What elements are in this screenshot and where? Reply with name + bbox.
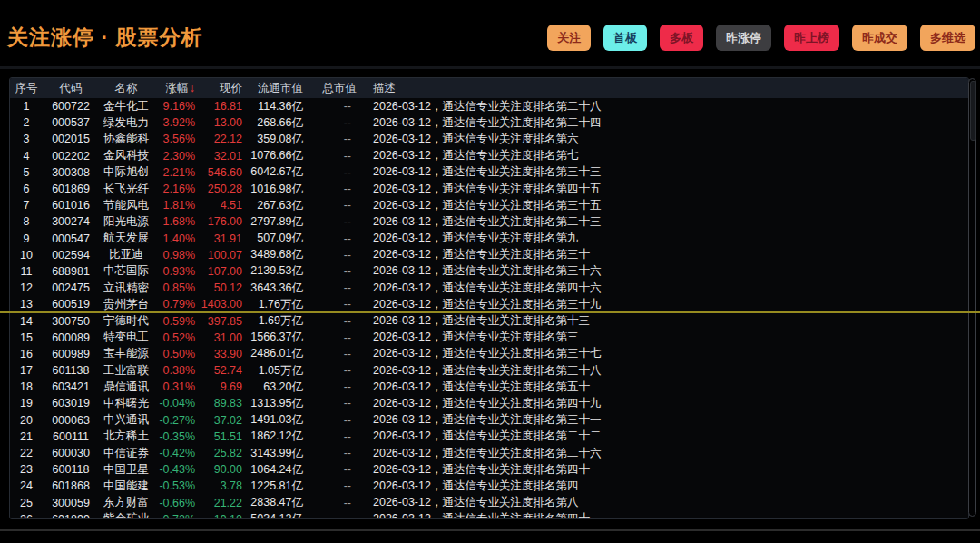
cell-price: 250.28 [195, 183, 242, 195]
table-row[interactable]: 11688981中芯国际0.93%107.002139.53亿--2026-03… [10, 263, 968, 280]
table-row[interactable]: 22600030中信证券-0.42%25.823143.99亿--2026-03… [10, 445, 968, 461]
cell-change: 0.85% [153, 281, 195, 294]
table-row[interactable]: 12002475立讯精密0.85%50.123643.36亿--2026-03-… [10, 280, 968, 296]
cell-change: 2.21% [153, 166, 195, 179]
table-row[interactable]: 21600111北方稀土-0.35%51.511862.12亿--2026-03… [10, 429, 968, 445]
cell-price: 107.00 [195, 265, 242, 278]
cell-code: 002015 [43, 133, 99, 145]
bottom-divider [0, 529, 980, 531]
cell-desc: 2026-03-12，通达信专业关注度排名第三十六 [357, 263, 968, 279]
cell-seq: 5 [10, 166, 43, 179]
toolbar-button-4[interactable]: 昨上榜 [784, 25, 839, 51]
table-row[interactable]: 26601899紫金矿业-0.72%19.105034.12亿--2026-03… [10, 511, 968, 519]
cell-price: 22.12 [195, 133, 242, 145]
toolbar-button-5[interactable]: 昨成交 [852, 25, 907, 51]
cell-desc: 2026-03-12，通达信专业关注度排名第四十六 [357, 281, 968, 296]
cell-float_cap: 5034.12亿 [242, 511, 303, 519]
table-row[interactable]: 5300308中际旭创2.21%546.606042.67亿--2026-03-… [10, 164, 968, 181]
toolbar-button-2[interactable]: 多板 [660, 25, 703, 51]
cell-price: 32.01 [195, 150, 242, 163]
cell-change: -0.53% [153, 479, 195, 492]
cell-total_cap: -- [303, 281, 357, 294]
cell-desc: 2026-03-12，通达信专业关注度排名第二十二 [357, 429, 968, 444]
cell-name: 贵州茅台 [99, 297, 153, 312]
cell-float_cap: 6042.67亿 [242, 164, 303, 180]
cell-seq: 20 [10, 414, 43, 427]
toolbar-button-1[interactable]: 首板 [603, 25, 647, 51]
scrollbar-thumb[interactable] [970, 81, 976, 141]
table-row[interactable]: 4002202金风科技2.30%32.011076.66亿--2026-03-1… [10, 148, 968, 164]
column-header-float_cap[interactable]: 流通市值 [242, 81, 303, 96]
column-header-price[interactable]: 现价 [195, 81, 242, 96]
cell-total_cap: -- [303, 249, 357, 262]
cell-total_cap: -- [303, 199, 357, 212]
column-label: 代码 [60, 82, 83, 94]
cell-price: 397.85 [195, 315, 242, 328]
toolbar-button-3[interactable]: 昨涨停 [716, 25, 771, 51]
column-header-desc[interactable]: 描述 [357, 81, 968, 96]
cell-code: 002202 [43, 150, 99, 163]
cell-price: 19.10 [195, 513, 242, 519]
table-row[interactable]: 15600089特变电工0.52%31.001566.37亿--2026-03-… [10, 330, 968, 346]
cell-float_cap: 3643.36亿 [242, 281, 303, 296]
vertical-scrollbar[interactable] [968, 78, 976, 517]
table-row[interactable]: 20000063中兴通讯-0.27%37.021491.03亿--2026-03… [10, 412, 968, 429]
cell-change: -0.66% [153, 497, 195, 509]
cell-code: 300059 [43, 497, 99, 509]
table-row[interactable]: 16600989宝丰能源0.50%33.902486.01亿--2026-03-… [10, 346, 968, 362]
cell-float_cap: 3143.99亿 [242, 446, 303, 461]
cell-code: 000063 [43, 414, 99, 427]
cell-total_cap: -- [303, 150, 357, 163]
table-row[interactable]: 8300274阳光电源1.68%176.002797.89亿--2026-03-… [10, 213, 968, 230]
column-header-code[interactable]: 代码 [43, 81, 99, 96]
cell-total_cap: -- [303, 265, 357, 278]
table-row[interactable]: 2000537绿发电力3.92%13.00268.66亿--2026-03-12… [10, 114, 968, 131]
table-row[interactable]: 23600118中国卫星-0.43%90.001064.24亿--2026-03… [10, 461, 968, 478]
table-row[interactable]: 25300059东方财富-0.66%21.222838.47亿--2026-03… [10, 495, 968, 511]
table-row[interactable]: 1600722金牛化工9.16%16.81114.36亿--2026-03-12… [10, 98, 968, 114]
cell-total_cap: -- [303, 116, 357, 129]
table-row[interactable]: 24601868中国能建-0.53%3.781225.81亿--2026-03-… [10, 478, 968, 494]
cell-float_cap: 267.63亿 [242, 198, 303, 213]
table-row[interactable]: 13600519贵州茅台0.79%1403.001.76万亿--2026-03-… [10, 296, 968, 312]
table-row[interactable]: 3002015协鑫能科3.56%22.12359.08亿--2026-03-12… [10, 131, 968, 147]
cell-desc: 2026-03-12，通达信专业关注度排名第三十八 [357, 363, 968, 379]
cell-name: 中信证券 [99, 446, 153, 461]
toolbar-button-6[interactable]: 多维选 [920, 25, 975, 51]
table-row[interactable]: 10002594比亚迪0.98%100.073489.68亿--2026-03-… [10, 247, 968, 263]
cell-price: 52.74 [195, 364, 242, 377]
cell-float_cap: 2139.53亿 [242, 263, 303, 279]
table-row[interactable]: 18603421鼎信通讯0.31%9.6963.20亿--2026-03-12，… [10, 379, 968, 395]
page-title: 关注涨停 · 股票分析 [7, 24, 202, 52]
cell-name: 中国卫星 [99, 462, 153, 478]
table-row[interactable]: 9000547航天发展1.40%31.91507.09亿--2026-03-12… [10, 231, 968, 247]
table-row[interactable]: 17601138工业富联0.38%52.741.05万亿--2026-03-12… [10, 362, 968, 379]
column-header-total_cap[interactable]: 总市值 [303, 81, 357, 96]
table-row[interactable]: 19603019中科曙光-0.04%89.831313.95亿--2026-03… [10, 395, 968, 411]
cell-float_cap: 1076.66亿 [242, 148, 303, 163]
cell-name: 航天发展 [99, 231, 153, 246]
toolbar-button-0[interactable]: 关注 [547, 25, 591, 51]
cell-seq: 8 [10, 215, 43, 228]
cell-desc: 2026-03-12，通达信专业关注度排名第二十四 [357, 115, 968, 131]
cell-price: 51.51 [195, 430, 242, 443]
cell-desc: 2026-03-12，通达信专业关注度排名第七 [357, 148, 968, 163]
table-row[interactable]: 6601869长飞光纤2.16%250.281016.98亿--2026-03-… [10, 181, 968, 197]
column-header-change[interactable]: 涨幅↓ [153, 81, 195, 96]
column-header-seq[interactable]: 序号 [10, 81, 43, 96]
cell-price: 13.00 [195, 116, 242, 129]
cell-code: 600722 [43, 100, 99, 113]
table-row[interactable]: 7601016节能风电1.81%4.51267.63亿--2026-03-12，… [10, 197, 968, 213]
cell-code: 000537 [43, 116, 99, 129]
cell-seq: 14 [10, 315, 43, 328]
cell-desc: 2026-03-12，通达信专业关注度排名第三 [357, 330, 968, 345]
cell-desc: 2026-03-12，通达信专业关注度排名第三十一 [357, 412, 968, 428]
table-row[interactable]: 14300750宁德时代0.59%397.851.69万亿--2026-03-1… [10, 312, 968, 329]
column-header-name[interactable]: 名称 [99, 81, 153, 96]
cell-change: 1.40% [153, 232, 195, 245]
cell-total_cap: -- [303, 232, 357, 245]
cell-float_cap: 63.20亿 [242, 380, 303, 395]
cell-desc: 2026-03-12，通达信专业关注度排名第四 [357, 479, 968, 494]
cell-code: 300274 [43, 215, 99, 228]
cell-name: 中兴通讯 [99, 412, 153, 428]
